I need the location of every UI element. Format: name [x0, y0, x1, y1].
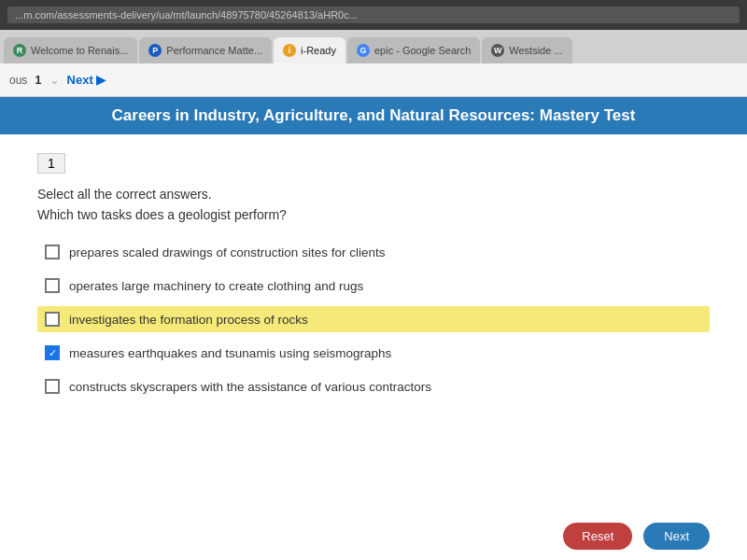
question-number-box: 1	[37, 153, 65, 174]
checkbox-3[interactable]	[45, 312, 60, 327]
tabs-bar: R Welcome to Renais... P Performance Mat…	[0, 30, 747, 63]
tab-perf[interactable]: P Performance Matte...	[139, 37, 272, 63]
content-area: 1 Select all the correct answers. Which …	[0, 134, 747, 508]
question-number-label: 1	[48, 156, 55, 171]
option-3-text: investigates the formation process of ro…	[69, 313, 308, 327]
options-list: prepares scaled drawings of construction…	[37, 239, 710, 399]
tab-favicon-perf: P	[148, 44, 162, 57]
tab-favicon-iready: i	[283, 44, 296, 57]
option-4-text: measures earthquakes and tsunamis using …	[69, 346, 391, 360]
option-3[interactable]: investigates the formation process of ro…	[37, 306, 710, 332]
next-toolbar-icon: ▶	[96, 73, 106, 87]
tab-renais[interactable]: R Welcome to Renais...	[4, 37, 137, 63]
option-1-text: prepares scaled drawings of construction…	[69, 245, 385, 259]
tab-label-renais: Welcome to Renais...	[31, 45, 128, 56]
tab-westside[interactable]: W Westside ...	[482, 37, 571, 63]
option-1[interactable]: prepares scaled drawings of construction…	[37, 239, 710, 265]
checkbox-1[interactable]	[45, 245, 60, 259]
tab-iready[interactable]: i i-Ready	[274, 37, 345, 63]
browser-chrome: ...m.com/assessments-delivery/ua/mt/laun…	[0, 0, 747, 30]
option-4[interactable]: ✓ measures earthquakes and tsunamis usin…	[37, 340, 710, 366]
next-toolbar-button[interactable]: Next ▶	[67, 73, 106, 87]
tab-favicon-renais: R	[13, 44, 26, 57]
reset-button[interactable]: Reset	[563, 523, 632, 550]
tab-label-westside: Westside ...	[509, 45, 562, 56]
next-toolbar-label: Next	[67, 73, 93, 87]
toolbar: ous 1 ⌄ Next ▶	[0, 63, 747, 97]
question-number-display: 1	[35, 73, 41, 87]
bottom-bar: Reset Next	[0, 508, 747, 560]
dropdown-arrow[interactable]: ⌄	[49, 73, 60, 87]
tab-label-iready: i-Ready	[301, 45, 336, 56]
option-5-text: constructs skyscrapers with the assistan…	[69, 380, 431, 394]
option-5[interactable]: constructs skyscrapers with the assistan…	[37, 373, 710, 399]
checkbox-4[interactable]: ✓	[45, 345, 60, 360]
question-text: Which two tasks does a geologist perform…	[37, 207, 710, 222]
tab-label-epic: epic - Google Search	[374, 45, 471, 56]
tab-label-perf: Performance Matte...	[166, 45, 262, 56]
previous-button[interactable]: ous	[9, 74, 27, 87]
option-2[interactable]: operates large machinery to create cloth…	[37, 273, 710, 299]
tab-favicon-westside: W	[491, 44, 504, 57]
tab-favicon-epic: G	[357, 44, 370, 57]
checkbox-2[interactable]	[45, 278, 60, 293]
instructions-text: Select all the correct answers.	[37, 187, 710, 202]
url-bar[interactable]: ...m.com/assessments-delivery/ua/mt/laun…	[7, 7, 740, 23]
next-button[interactable]: Next	[643, 523, 710, 550]
tab-epic[interactable]: G epic - Google Search	[347, 37, 480, 63]
option-2-text: operates large machinery to create cloth…	[69, 279, 363, 293]
page-header: Careers in Industry, Agriculture, and Na…	[0, 97, 747, 134]
page-title: Careers in Industry, Agriculture, and Na…	[112, 106, 636, 124]
checkbox-5[interactable]	[45, 379, 60, 394]
